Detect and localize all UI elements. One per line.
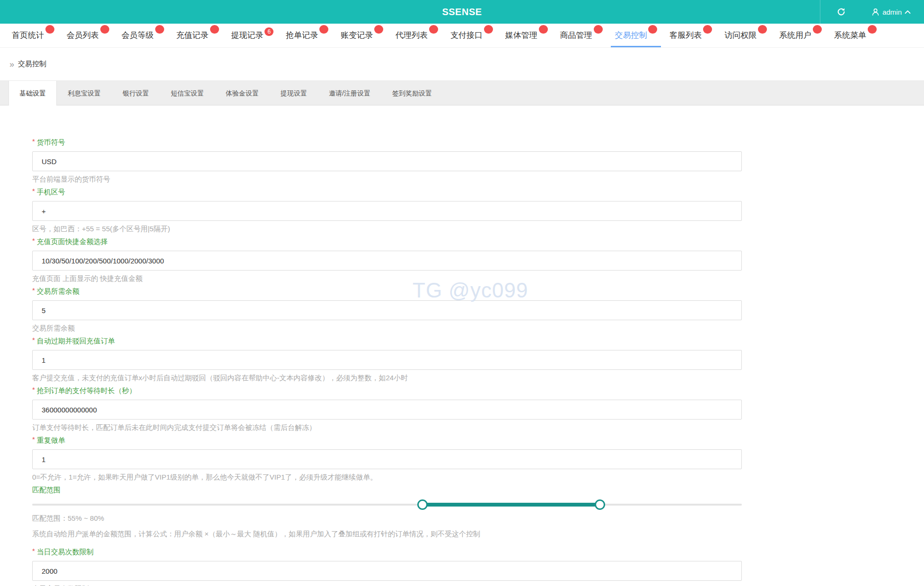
nav-item-12[interactable]: 客服列表 [669,24,712,47]
nav-item-9[interactable]: 媒体管理 [505,24,548,47]
nav-item-label: 交易控制 [615,31,647,40]
notification-badge [210,25,219,34]
form-field-match-range: 匹配范围 匹配范围：55% ~ 80% 系统自动给用户派单的金额范围，计算公式：… [32,485,742,539]
range-slider[interactable] [32,499,742,510]
nav-item-2[interactable]: 会员等级 [122,24,164,47]
form-field-auto-expire-recharge-order: *自动过期并驳回充值订单 客户提交充值，未支付的充值订单x小时后自动过期驳回（驳… [32,336,742,383]
user-menu[interactable]: admin [862,0,924,24]
slider-handle-max[interactable] [595,499,605,510]
nav-item-8[interactable]: 支付接口 [450,24,493,47]
nav-item-label: 会员等级 [122,31,154,40]
notification-badge [155,25,164,34]
tab-3[interactable]: 短信宝设置 [160,81,215,105]
field-label: 自动过期并驳回充值订单 [37,337,115,345]
tab-label: 签到奖励设置 [392,89,432,97]
field-label: 重复做单 [37,436,65,444]
nav-item-label: 抢单记录 [286,31,318,40]
nav-item-label: 充值记录 [176,31,209,40]
notification-badge [703,25,712,34]
notification-badge [758,25,767,34]
nav-item-label: 系统用户 [779,31,811,40]
tab-label: 利息宝设置 [68,89,101,97]
nav-item-label: 代理列表 [396,31,428,40]
app-title: SSENSE [0,0,924,24]
notification-badge [868,25,877,34]
field-input-quick-recharge-amounts[interactable] [32,251,742,271]
nav-item-11[interactable]: 交易控制 [615,24,657,47]
tab-7[interactable]: 签到奖励设置 [381,81,443,105]
nav-item-4[interactable]: 提现记录6 [231,24,273,47]
nav-item-1[interactable]: 会员列表 [67,24,109,47]
nav-item-label: 系统菜单 [834,31,866,40]
nav-item-13[interactable]: 访问权限 [724,24,767,47]
breadcrumb-label: 交易控制 [18,60,46,69]
field-hint: 平台前端显示的货币符号 [32,175,742,184]
nav-item-10[interactable]: 商品管理 [560,24,603,47]
field-label-row: *手机区号 [32,187,742,197]
notification-badge: 6 [264,27,273,36]
form-fields: *货币符号 平台前端显示的货币符号 *手机区号 区号，如巴西：+55 = 55(… [32,138,924,586]
field-input-order-payment-wait-seconds[interactable] [32,400,742,420]
nav-item-label: 提现记录 [231,31,263,40]
form-field-currency-symbol: *货币符号 平台前端显示的货币符号 [32,138,742,184]
field-label: 货币符号 [37,138,65,146]
username: admin [882,8,902,16]
nav-item-label: 账变记录 [341,31,373,40]
field-input-required-trade-balance[interactable] [32,300,742,320]
field-input-auto-expire-recharge-order[interactable] [32,350,742,370]
nav-item-label: 商品管理 [560,31,592,40]
field-input-daily-trade-limit[interactable] [32,561,742,581]
header-actions: admin [820,0,924,24]
required-asterisk: * [32,286,35,294]
nav-item-0[interactable]: 首页统计 [12,24,54,47]
slider-handle-min[interactable] [417,499,428,510]
slider-rail [32,504,742,506]
field-label-row: *充值页面快捷金额选择 [32,237,742,246]
tab-6[interactable]: 邀请/注册设置 [318,81,381,105]
field-hint: 交易所需余额 [32,324,742,333]
app-root: SSENSE admin [0,0,924,586]
field-label-row: 匹配范围 [32,485,742,495]
field-input-phone-area-code[interactable] [32,201,742,221]
tab-2[interactable]: 银行设置 [112,81,160,105]
nav-item-15[interactable]: 系统菜单 [834,24,877,47]
required-asterisk: * [32,385,35,394]
field-label-row: *抢到订单的支付等待时长（秒） [32,386,742,395]
refresh-button[interactable] [820,0,862,24]
nav-item-14[interactable]: 系统用户 [779,24,822,47]
app-header: SSENSE admin [0,0,924,24]
tab-5[interactable]: 提现设置 [270,81,318,105]
nav-item-7[interactable]: 代理列表 [396,24,438,47]
field-label-row: *重复做单 [32,436,742,445]
required-asterisk: * [32,336,35,344]
tab-1[interactable]: 利息宝设置 [57,81,112,105]
notification-badge [374,25,383,34]
tab-0[interactable]: 基础设置 [9,81,57,105]
field-label: 匹配范围 [32,486,61,494]
nav-item-label: 支付接口 [450,31,483,40]
nav-item-6[interactable]: 账变记录 [341,24,383,47]
field-input-currency-symbol[interactable] [32,151,742,171]
notification-badge [429,25,438,34]
notification-badge [100,25,109,34]
notification-badge [594,25,603,34]
field-label: 当日交易次数限制 [37,548,94,556]
form-field-required-trade-balance: *交易所需余额 交易所需余额 [32,287,742,333]
field-label: 抢到订单的支付等待时长（秒） [37,386,136,394]
tab-label: 短信宝设置 [171,89,204,97]
field-label: 交易所需余额 [37,287,79,295]
required-asterisk: * [32,547,35,555]
nav-item-5[interactable]: 抢单记录 [286,24,328,47]
required-asterisk: * [32,435,35,443]
nav-item-label: 访问权限 [724,31,757,40]
field-hint: 0=不允许，1=允许，如果昨天用户做了VIP1级别的单，那么他今天就做不了VIP… [32,472,742,482]
nav-item-3[interactable]: 充值记录 [176,24,219,47]
tab-4[interactable]: 体验金设置 [215,81,270,105]
field-hint: 当日交易次数限制 [32,584,742,586]
notification-badge [484,25,493,34]
refresh-icon [836,7,846,17]
chevron-up-icon [905,10,911,14]
required-asterisk: * [32,137,35,145]
field-input-repeat-order[interactable] [32,449,742,469]
nav-item-label: 客服列表 [669,31,702,40]
